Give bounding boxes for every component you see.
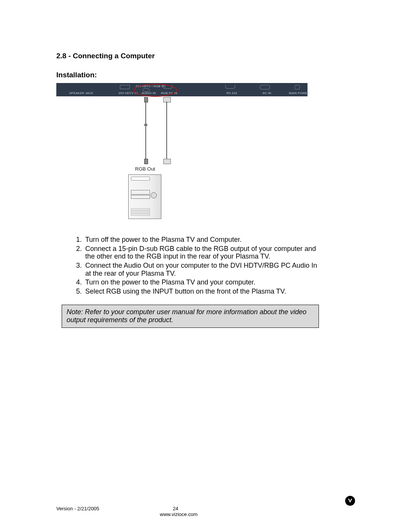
audio-inline-icon	[144, 124, 147, 126]
highlight-ellipse	[134, 84, 177, 97]
audio-plug-top-icon	[144, 97, 148, 102]
step-item: Select RGB using the INPUT button on the…	[84, 287, 323, 296]
step-item: Turn on the power to the Plasma TV and y…	[84, 278, 323, 287]
port-icon-dvi-hdtv	[120, 85, 130, 89]
pc-tower-icon	[128, 174, 161, 219]
brand-logo-icon	[345, 496, 355, 506]
installation-steps: Turn off the power to the Plasma TV and …	[56, 235, 323, 296]
step-item: Connect the Audio Out on your computer t…	[84, 261, 323, 278]
vga-plug-bottom-icon	[163, 159, 171, 164]
footer-page-number: 24	[173, 506, 178, 511]
step-item: Turn off the power to the Plasma TV and …	[84, 235, 323, 244]
note-box: Note: Refer to your computer user manual…	[62, 305, 319, 328]
section-heading: 2.8 - Connecting a Computer	[56, 52, 323, 60]
port-label-main-power: MAIN POWER	[289, 91, 310, 95]
footer-version: Version - 2/21/2005	[56, 506, 99, 511]
port-icon-main-power	[295, 85, 300, 89]
port-label-rs232: RS 232	[226, 91, 237, 95]
footer-url: www.vizioce.com	[160, 511, 198, 517]
tv-back-panel: SPEAKER JACK DVI HDTV IN DVI HDTV / RGB …	[56, 83, 307, 96]
port-icon-rs232	[225, 85, 235, 89]
port-label-speaker: SPEAKER JACK	[69, 91, 93, 95]
audio-plug-bottom-icon	[144, 159, 148, 164]
step-item: Connect a 15-pin D-sub RGB cable to the …	[84, 244, 323, 261]
connection-diagram: RGB Out	[56, 96, 307, 228]
port-icon-ac-in	[260, 85, 270, 89]
rgb-out-label: RGB Out	[135, 166, 155, 172]
subheading: Installation:	[56, 71, 323, 79]
vga-plug-top-icon	[163, 97, 171, 102]
port-label-ac-in: AC IN	[263, 91, 271, 95]
vga-cable-icon	[166, 102, 167, 159]
audio-cable-icon	[145, 102, 146, 159]
